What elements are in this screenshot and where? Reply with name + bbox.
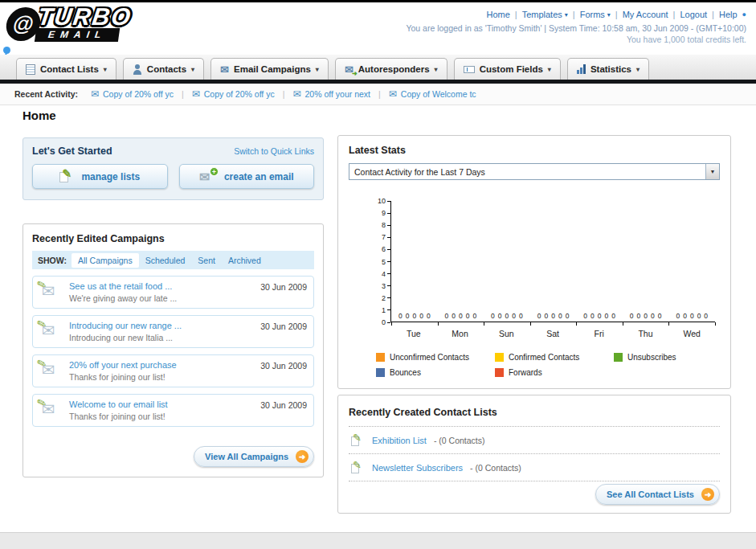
y-axis-label: 3 xyxy=(382,282,390,290)
recent-activity-item[interactable]: ✉Copy of Welcome tc xyxy=(389,88,476,100)
legend-swatch xyxy=(376,353,385,362)
tab-autoresponders[interactable]: ✉➜ Autoresponders ▾ xyxy=(335,58,447,80)
campaign-date: 30 Jun 2009 xyxy=(260,400,307,421)
recent-campaigns-title: Recently Edited Campaigns xyxy=(32,233,314,244)
filter-sent[interactable]: Sent xyxy=(191,253,222,268)
stats-period-select[interactable]: Contact Activity for the Last 7 Days ▼ xyxy=(349,163,720,180)
nav-link-home[interactable]: Home xyxy=(486,10,509,19)
manage-lists-label: manage lists xyxy=(81,171,140,182)
x-axis-tick xyxy=(530,322,531,326)
campaign-subtitle: We're giving away our late ... xyxy=(69,293,252,303)
campaign-title-link[interactable]: Welcome to our email list xyxy=(69,399,252,409)
recent-contact-lists-panel: Recently Created Contact Lists ✎ Exhibit… xyxy=(337,395,731,514)
contact-list-row[interactable]: ✎ Exhibition List - (0 Contacts) xyxy=(349,427,720,454)
envelope-plus-icon: ✉+ xyxy=(199,170,217,183)
bar-value-labels: 00000 xyxy=(576,312,623,320)
tab-statistics[interactable]: Statistics ▾ xyxy=(567,58,649,80)
tab-contacts[interactable]: Contacts ▾ xyxy=(123,58,204,80)
campaign-row[interactable]: ✉✎ Welcome to our email list Thanks for … xyxy=(32,394,314,427)
recent-activity-item[interactable]: ✉20% off your next xyxy=(292,88,370,100)
nav-link-help[interactable]: Help xyxy=(719,10,738,19)
contact-list-count: - (0 Contacts) xyxy=(434,436,485,445)
nav-link-my-account[interactable]: My Account xyxy=(623,10,668,19)
view-all-campaigns-button[interactable]: View All Campaigns ➜ xyxy=(194,446,314,467)
tab-custom-fields[interactable]: Custom Fields ▾ xyxy=(454,58,561,80)
envelope-icon: ✉ xyxy=(91,88,99,100)
latest-stats-panel: Latest Stats Contact Activity for the La… xyxy=(337,135,731,389)
campaign-title-link[interactable]: Introducing our new range ... xyxy=(69,321,252,330)
select-arrow-icon: ▼ xyxy=(705,164,719,179)
bar-value-labels: 00000 xyxy=(530,312,577,320)
tab-label: Statistics xyxy=(590,64,631,74)
turbo-email-logo[interactable]: @ TURBO EMAIL xyxy=(4,6,133,42)
pencil-paper-icon: ✎ xyxy=(59,170,74,184)
y-axis-label: 6 xyxy=(382,245,390,253)
chart-x-labels: TueMonSunSatFriThuWed xyxy=(390,329,715,338)
x-axis-tick xyxy=(623,322,623,326)
x-axis-label: Thu xyxy=(623,329,669,338)
nav-separator: | xyxy=(673,10,676,19)
dropdown-arrow-icon: ▾ xyxy=(316,66,319,73)
switch-quick-links-link[interactable]: Switch to Quick Links xyxy=(234,146,314,156)
campaign-text: See us at the retail food ... We're givi… xyxy=(69,281,252,303)
envelope-icon: ✉ xyxy=(292,88,300,100)
nav-link-templates[interactable]: Templates▾ xyxy=(522,10,568,19)
recent-activity-item[interactable]: ✉Copy of 20% off yc xyxy=(192,88,275,100)
filter-all-campaigns[interactable]: All Campaigns xyxy=(72,253,139,268)
contact-list-link[interactable]: Newsletter Subscribers xyxy=(372,463,463,473)
pencil-paper-icon: ✎ xyxy=(350,433,365,447)
campaign-row[interactable]: ✉✎ Introducing our new range ... Introdu… xyxy=(32,315,314,348)
bar-value-labels: 00000 xyxy=(438,312,484,320)
top-nav: Home | Templates▾ | Forms▾ | My Account … xyxy=(486,10,746,19)
tab-contact-lists[interactable]: Contact Lists ▾ xyxy=(16,58,116,80)
x-axis-tick xyxy=(391,322,392,326)
tab-label: Custom Fields xyxy=(480,64,543,74)
tab-email-campaigns[interactable]: ✉ Email Campaigns ▾ xyxy=(210,58,329,80)
campaign-title-link[interactable]: See us at the retail food ... xyxy=(69,281,252,291)
contact-list-link[interactable]: Exhibition List xyxy=(372,436,427,445)
campaign-date: 30 Jun 2009 xyxy=(260,322,307,342)
arrow-right-icon: ➜ xyxy=(296,450,309,463)
header: @ TURBO EMAIL Home | Templates▾ | Forms▾… xyxy=(0,5,756,55)
x-axis-tick xyxy=(715,322,716,326)
x-axis-label: Sun xyxy=(483,329,529,338)
nav-separator: | xyxy=(573,10,575,19)
recent-activity-item[interactable]: ✉Copy of 20% off yc xyxy=(91,88,174,100)
y-axis-label: 4 xyxy=(382,270,390,278)
y-axis-label: 5 xyxy=(382,258,390,266)
dropdown-arrow-icon: ▾ xyxy=(565,11,568,18)
tab-label: Contacts xyxy=(147,64,186,74)
contact-list-row[interactable]: ✎ Newsletter Subscribers - (0 Contacts) xyxy=(349,454,720,481)
filter-scheduled[interactable]: Scheduled xyxy=(139,253,192,268)
campaign-subtitle: Thanks for joining our list! xyxy=(69,412,252,421)
activity-separator: | xyxy=(378,89,381,99)
nav-separator: | xyxy=(615,10,618,19)
filter-archived[interactable]: Archived xyxy=(222,253,268,268)
campaign-title-link[interactable]: 20% off your next purchase xyxy=(69,360,252,370)
legend-item: Forwards xyxy=(495,368,614,377)
campaign-row[interactable]: ✉✎ 20% off your next purchase Thanks for… xyxy=(32,354,314,387)
chart-plot-area: 00000000000000000000000000000000000 xyxy=(390,201,715,322)
legend-item: Confirmed Contacts xyxy=(495,353,614,362)
x-axis-label: Sat xyxy=(529,329,576,338)
recent-activity-label: Recent Activity: xyxy=(14,89,78,99)
see-all-contact-lists-button[interactable]: See All Contact Lists ➜ xyxy=(595,484,720,505)
nav-link-forms[interactable]: Forms▾ xyxy=(580,10,611,19)
create-email-button[interactable]: ✉+ create an email xyxy=(179,164,315,189)
arrow-right-icon: ➜ xyxy=(701,488,714,501)
campaign-row[interactable]: ✉✎ See us at the retail food ... We're g… xyxy=(32,276,314,309)
nav-link-logout[interactable]: Logout xyxy=(680,10,707,19)
envelope-pencil-icon: ✉✎ xyxy=(39,281,61,301)
manage-lists-button[interactable]: ✎ manage lists xyxy=(32,164,168,189)
tab-label: Autoresponders xyxy=(358,64,430,74)
get-started-title: Let's Get Started xyxy=(32,145,112,157)
y-axis-label: 8 xyxy=(382,221,390,229)
campaign-filter-bar: SHOW: All Campaigns Scheduled Sent Archi… xyxy=(32,251,314,269)
bar-value-labels: 00000 xyxy=(391,312,438,320)
credits-text: You have 1,000 total credits left. xyxy=(627,35,746,44)
x-axis-label: Mon xyxy=(437,329,484,338)
recent-campaigns-panel: Recently Edited Campaigns SHOW: All Camp… xyxy=(22,223,324,477)
legend-label: Unconfirmed Contacts xyxy=(390,353,469,362)
activity-separator: | xyxy=(283,89,285,99)
legend-label: Confirmed Contacts xyxy=(509,353,579,362)
